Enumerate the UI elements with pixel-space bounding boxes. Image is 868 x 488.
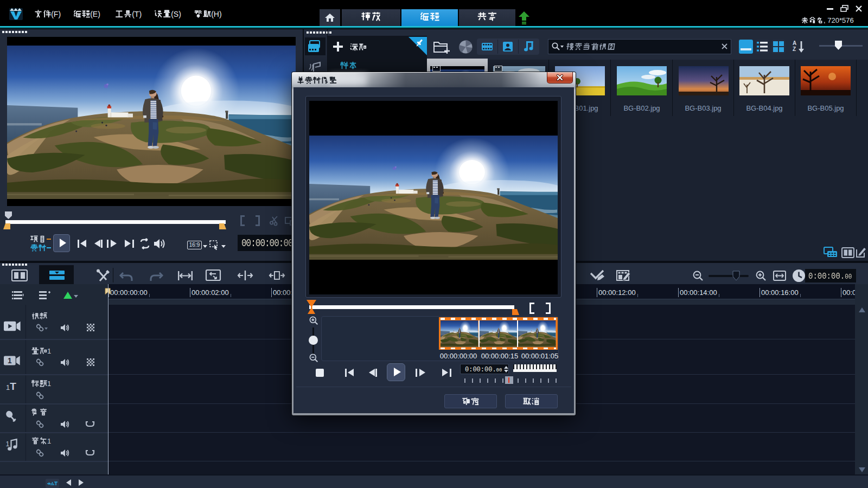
svg-text:1: 1 [5, 440, 9, 448]
svg-text:1: 1 [8, 357, 12, 365]
